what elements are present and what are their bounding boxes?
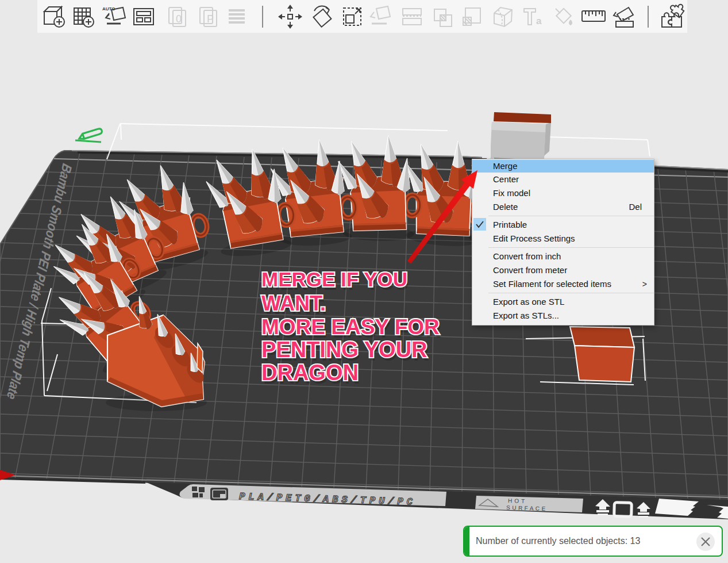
svg-text:PENTING YOUR: PENTING YOUR — [261, 338, 427, 362]
svg-text:MORE EASY FOR: MORE EASY FOR — [261, 315, 440, 339]
svg-text:SURFACE: SURFACE — [506, 504, 548, 512]
svg-text:DRAGON: DRAGON — [261, 361, 359, 385]
svg-text:MERGE IF YOU: MERGE IF YOU — [261, 268, 407, 290]
svg-text:WANT.: WANT. — [261, 292, 326, 315]
svg-text:P: P — [207, 13, 214, 25]
svg-text:0: 0 — [176, 13, 182, 25]
svg-text:a: a — [536, 16, 542, 26]
svg-text:HOT: HOT — [508, 497, 527, 504]
